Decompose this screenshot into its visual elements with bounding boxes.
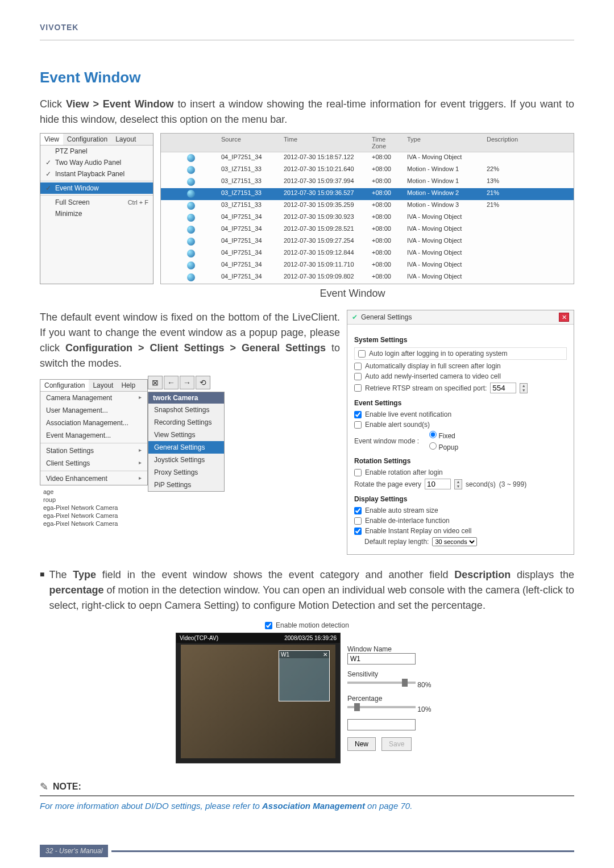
submenu-item[interactable]: Joystick Settings	[148, 454, 224, 466]
input-rtsp-port[interactable]	[490, 383, 516, 393]
lbl-popup: Popup	[438, 443, 458, 451]
playback-icon[interactable]	[187, 190, 195, 198]
submenu-item[interactable]: View Settings	[148, 429, 224, 441]
btn-new[interactable]: New	[347, 737, 376, 751]
event-row[interactable]: 04_IP7251_342012-07-30 15:09:28.521+08:0…	[161, 224, 574, 236]
event-row[interactable]: 04_IP7251_342012-07-30 15:09:12.844+08:0…	[161, 248, 574, 260]
cfg-menu-item[interactable]: Client Settings▸	[40, 457, 147, 470]
input-window-name[interactable]	[347, 653, 416, 665]
cfg-menu-item[interactable]: Station Settings▸	[40, 445, 147, 457]
playback-icon[interactable]	[187, 202, 195, 210]
select-replay-length[interactable]: 30 seconds	[432, 537, 477, 546]
submenu-title: twork Camera	[148, 392, 224, 404]
event-row[interactable]: 04_IP7251_342012-07-30 15:18:57.122+08:0…	[161, 152, 574, 164]
cfg-menu-item[interactable]: Event Management...	[40, 429, 147, 442]
cfg-tab-configuration[interactable]: Configuration	[40, 380, 89, 391]
playback-icon[interactable]	[187, 238, 195, 246]
chk-autoadd-cam[interactable]	[354, 373, 362, 380]
submenu-item[interactable]: Snapshot Settings	[148, 404, 224, 416]
video-preview[interactable]: Video(TCP-AV) 2008/03/25 16:39:26 W1 ✕	[176, 633, 341, 763]
event-row[interactable]: 04_IP7251_342012-07-30 15:09:27.254+08:0…	[161, 236, 574, 248]
rotation-settings-heading: Rotation Settings	[354, 457, 567, 465]
submenu-item[interactable]: General Settings	[148, 441, 224, 454]
view-menu-item[interactable]: ✓Two Way Audio Panel	[40, 157, 153, 168]
w1-close-icon[interactable]: ✕	[323, 651, 327, 658]
chk-fullscreen[interactable]	[354, 363, 362, 370]
view-menu-item[interactable]: Full ScreenCtrl + F	[40, 197, 153, 208]
event-row[interactable]: 03_IZ7151_332012-07-30 15:09:37.994+08:0…	[161, 176, 574, 188]
slider-percentage[interactable]	[347, 706, 416, 708]
view-menu-item[interactable]: ✓Instant Playback Panel	[40, 168, 153, 180]
lbl-fixed: Fixed	[438, 432, 455, 440]
chk-alert-sound[interactable]	[354, 421, 362, 429]
view-menu-item[interactable]: PTZ Panel	[40, 146, 153, 157]
bullet-icon: ■	[40, 570, 44, 613]
playback-icon[interactable]	[187, 154, 195, 162]
playback-icon[interactable]	[187, 261, 195, 269]
playback-icon[interactable]	[187, 214, 195, 222]
cfg-menu-item[interactable]: Video Enhancement▸	[40, 472, 147, 485]
submenu-item[interactable]: PiP Settings	[148, 479, 224, 491]
cfg-menu-item[interactable]: User Management...	[40, 404, 147, 417]
playback-icon[interactable]	[187, 273, 195, 281]
top-rule	[40, 40, 574, 40]
bullet-paragraph: The Type field in the event window shows…	[49, 567, 574, 613]
event-row[interactable]: 04_IP7251_342012-07-30 15:09:11.710+08:0…	[161, 260, 574, 272]
back-icon[interactable]: ←	[164, 376, 179, 389]
menu-tab-view[interactable]: View	[40, 134, 63, 145]
chk-rotation[interactable]	[354, 469, 362, 476]
event-row[interactable]: 03_IZ7151_332012-07-30 15:09:35.259+08:0…	[161, 200, 574, 212]
radio-popup-wrap[interactable]: Popup	[429, 442, 458, 451]
forward-icon[interactable]: →	[180, 376, 194, 389]
lbl-instant-replay: Enable Instant Replay on video cell	[365, 527, 471, 535]
playback-icon[interactable]	[187, 226, 195, 234]
lbl-rotate-range: (3 ~ 999)	[499, 480, 526, 488]
submenu-item[interactable]: Proxy Settings	[148, 466, 224, 479]
chk-enable-motion-detection[interactable]	[265, 622, 272, 629]
chk-rtsp-port[interactable]	[354, 384, 362, 392]
chk-instant-replay[interactable]	[354, 528, 362, 535]
event-row[interactable]: 03_IZ7151_332012-07-30 15:10:21.640+08:0…	[161, 164, 574, 176]
port-spinner[interactable]: ▲▼	[520, 383, 528, 393]
page-title: Event Window	[40, 69, 574, 86]
cfg-menu-item[interactable]: Camera Management▸	[40, 392, 147, 404]
playback-icon[interactable]	[187, 178, 195, 186]
radio-fixed[interactable]	[429, 431, 437, 438]
input-rotate-sec[interactable]	[425, 479, 451, 489]
close-icon[interactable]: ✕	[559, 313, 569, 322]
chk-enable-live-notif[interactable]	[354, 411, 362, 418]
video-timestamp: 2008/03/25 16:39:26	[284, 635, 337, 641]
col-timezone: Time Zone	[368, 134, 404, 152]
col-type: Type	[404, 134, 483, 152]
chk-auto-stream[interactable]	[354, 507, 362, 514]
playback-icon[interactable]	[187, 250, 195, 258]
playback-icon[interactable]	[187, 166, 195, 174]
lbl-percentage: Percentage	[347, 695, 438, 703]
motion-controls: Window Name Sensitivity 80% Percentage 1…	[347, 633, 438, 763]
toolbar-icon-1[interactable]: ⊠	[148, 376, 163, 389]
chk-deinterlace[interactable]	[354, 517, 362, 525]
event-row[interactable]: 04_IP7251_342012-07-30 15:09:30.923+08:0…	[161, 212, 574, 224]
event-row[interactable]: 03_IZ7151_332012-07-30 15:09:36.527+08:0…	[161, 188, 574, 200]
lbl-autoadd-cam: Auto add newly-inserted camera to video …	[365, 372, 501, 380]
submenu-item[interactable]: Recording Settings	[148, 416, 224, 429]
menu-tab-layout[interactable]: Layout	[111, 134, 140, 145]
cfg-tab-help[interactable]: Help	[117, 380, 139, 391]
cfg-menu-item[interactable]: Association Management...	[40, 417, 147, 429]
general-settings-dialog: ✔ General Settings ✕ System Settings Aut…	[347, 310, 574, 555]
toolbar-icon-4[interactable]: ⟲	[196, 376, 210, 389]
btn-save[interactable]: Save	[381, 737, 412, 751]
cfg-tab-layout[interactable]: Layout	[89, 380, 117, 391]
chk-auto-login[interactable]	[358, 350, 366, 358]
event-row[interactable]: 04_IP7251_342012-07-30 15:09:09.802+08:0…	[161, 272, 574, 284]
slider-sensitivity[interactable]	[347, 682, 416, 684]
radio-fixed-wrap[interactable]: Fixed	[429, 431, 458, 440]
menu-tab-configuration[interactable]: Configuration	[63, 134, 111, 145]
motion-window-w1[interactable]: W1 ✕	[279, 650, 330, 701]
client-settings-submenu: twork Camera Snapshot SettingsRecording …	[148, 392, 225, 492]
input-extra[interactable]	[347, 719, 416, 730]
view-menu-item[interactable]: Minimize	[40, 208, 153, 219]
rotate-spinner[interactable]: ▲▼	[454, 479, 462, 489]
radio-popup[interactable]	[429, 442, 437, 450]
view-menu-item[interactable]: ✓Event Window	[40, 182, 153, 194]
